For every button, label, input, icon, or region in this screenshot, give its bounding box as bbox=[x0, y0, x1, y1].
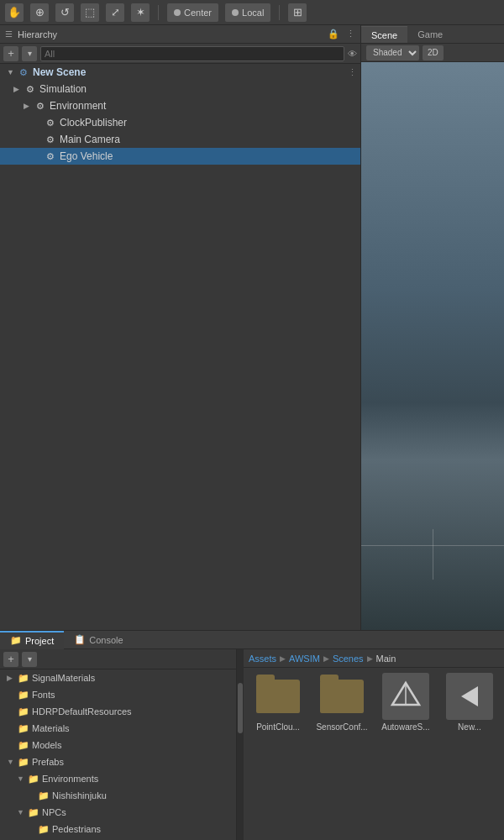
twod-button[interactable]: 2D bbox=[423, 45, 444, 60]
breadcrumb-arrow1: ▶ bbox=[280, 654, 286, 663]
project-folder-tree: + ▾ ▶ 📁 SignalMaterials 📁 Fonts 📁 HDRPDe… bbox=[0, 649, 237, 840]
folder-pedestrians[interactable]: 📁 Pedestrians bbox=[0, 821, 236, 837]
rotate-tool-icon[interactable]: ↺ bbox=[55, 3, 74, 22]
sim-icon: ⚙ bbox=[24, 82, 37, 96]
ped-folder-icon: 📁 bbox=[38, 824, 50, 835]
local-button[interactable]: Local bbox=[225, 3, 270, 22]
asset-pointclo[interactable]: PointClou... bbox=[249, 673, 307, 732]
arrow-svg bbox=[454, 681, 485, 711]
sig-label: SignalMaterials bbox=[32, 673, 95, 683]
hamburger-icon: ☰ bbox=[5, 29, 13, 39]
tab-project-label: Project bbox=[25, 636, 54, 646]
rect-tool-icon[interactable]: ⤢ bbox=[106, 3, 124, 22]
sig-folder-icon: 📁 bbox=[18, 673, 29, 684]
move-tool-icon[interactable]: ⊕ bbox=[30, 3, 49, 22]
center-button[interactable]: Center bbox=[167, 3, 218, 22]
tree-item-simulation[interactable]: ▶ ⚙ Simulation bbox=[0, 81, 360, 97]
nishi-label: Nishishinjuku bbox=[52, 790, 107, 801]
sim-label: Simulation bbox=[39, 83, 87, 95]
scene-arrow: ▼ bbox=[7, 68, 17, 76]
env-folder-label: Environments bbox=[42, 774, 98, 784]
asset-new[interactable]: New... bbox=[440, 673, 499, 732]
hierarchy-toolbar: + ▾ 👁 bbox=[0, 44, 360, 64]
tab-game[interactable]: Game bbox=[407, 26, 453, 43]
scene-item[interactable]: ▼ ⚙ New Scene ⋮ bbox=[0, 64, 360, 81]
scene-panel: Scene Game Shaded 2D bbox=[361, 25, 504, 630]
separator2 bbox=[279, 5, 280, 20]
scene-icon: ⚙ bbox=[17, 66, 30, 79]
scene-tabs: Scene Game bbox=[361, 25, 504, 44]
tree-item-clockpublisher[interactable]: ⚙ ClockPublisher bbox=[0, 114, 360, 131]
folder-npcs[interactable]: ▼ 📁 NPCs bbox=[0, 804, 236, 821]
new-icon-bg bbox=[446, 673, 493, 720]
folder-prefabs[interactable]: ▼ 📁 Prefabs bbox=[0, 753, 236, 770]
sig-arrow: ▶ bbox=[7, 674, 15, 682]
hierarchy-lock-icon[interactable]: 🔒 bbox=[328, 29, 339, 39]
project-sort-button[interactable]: ▾ bbox=[22, 652, 37, 667]
tree-item-environment[interactable]: ▶ ⚙ Environment bbox=[0, 97, 360, 114]
folder-hdrp[interactable]: 📁 HDRPDefaultResources bbox=[0, 703, 236, 720]
breadcrumb-arrow3: ▶ bbox=[367, 654, 373, 663]
local-dot bbox=[232, 9, 239, 16]
svg-marker-3 bbox=[461, 686, 478, 706]
folder-fonts[interactable]: 📁 Fonts bbox=[0, 686, 236, 703]
env-label: Environment bbox=[50, 100, 106, 112]
search-eye-icon[interactable]: 👁 bbox=[348, 49, 357, 59]
scene-view[interactable] bbox=[361, 62, 504, 630]
scene-toolbar: Shaded 2D bbox=[361, 44, 504, 62]
tab-game-label: Game bbox=[417, 29, 443, 39]
scrollbar-thumb[interactable] bbox=[238, 683, 243, 733]
assets-grid: PointClou... SensorConf... bbox=[244, 668, 504, 840]
pointclo-folder-icon bbox=[256, 680, 300, 713]
center-dot bbox=[174, 9, 181, 16]
scene-more-icon[interactable]: ⋮ bbox=[348, 67, 357, 78]
asset-sensorconf[interactable]: SensorConf... bbox=[312, 673, 371, 732]
hierarchy-title: Hierarchy bbox=[18, 29, 324, 39]
breadcrumb-assets[interactable]: Assets bbox=[249, 654, 276, 664]
bottom-tabs: 📁 Project 📋 Console bbox=[0, 631, 504, 649]
ego-label: Ego Vehicle bbox=[60, 150, 113, 162]
pointclo-label: PointClou... bbox=[256, 722, 300, 732]
tree-item-maincamera[interactable]: ⚙ Main Camera bbox=[0, 131, 360, 148]
cam-icon: ⚙ bbox=[44, 133, 57, 146]
ped-label: Pedestrians bbox=[52, 824, 101, 834]
breadcrumb-awsim[interactable]: AWSIM bbox=[289, 654, 320, 664]
hierarchy-more-icon[interactable]: ⋮ bbox=[346, 29, 355, 39]
hand-tool-icon[interactable]: ✋ bbox=[5, 3, 24, 22]
sim-arrow: ▶ bbox=[13, 85, 24, 93]
new-label: New... bbox=[458, 722, 481, 732]
breadcrumb: Assets ▶ AWSIM ▶ Scenes ▶ Main bbox=[244, 649, 504, 668]
tab-scene[interactable]: Scene bbox=[361, 26, 407, 43]
project-scrollbar[interactable] bbox=[237, 649, 244, 840]
hierarchy-panel: ☰ Hierarchy 🔒 ⋮ + ▾ 👁 ▼ ⚙ New Scene ⋮ ▶ … bbox=[0, 25, 361, 630]
tree-item-egovehicle[interactable]: ⚙ Ego Vehicle bbox=[0, 148, 360, 165]
folder-signalmaterials[interactable]: ▶ 📁 SignalMaterials bbox=[0, 669, 236, 686]
sort-button[interactable]: ▾ bbox=[22, 46, 37, 61]
local-label: Local bbox=[242, 8, 264, 18]
cam-label: Main Camera bbox=[60, 134, 120, 145]
tab-console[interactable]: 📋 Console bbox=[64, 631, 133, 649]
hierarchy-header: ☰ Hierarchy 🔒 ⋮ bbox=[0, 25, 360, 44]
folder-nishinjuku[interactable]: 📁 Nishishinjuku bbox=[0, 787, 236, 804]
scene-vertical-line bbox=[433, 529, 433, 580]
tab-console-label: Console bbox=[89, 635, 123, 645]
asset-autowares[interactable]: AutowareS... bbox=[376, 673, 435, 732]
folder-environments[interactable]: ▼ 📁 Environments bbox=[0, 770, 236, 787]
project-add-button[interactable]: + bbox=[3, 652, 18, 667]
tab-scene-label: Scene bbox=[371, 30, 397, 40]
breadcrumb-arrow2: ▶ bbox=[323, 654, 329, 663]
search-input[interactable] bbox=[40, 46, 344, 61]
shaded-select[interactable]: Shaded bbox=[366, 45, 419, 60]
tab-project[interactable]: 📁 Project bbox=[0, 631, 64, 649]
breadcrumb-scenes[interactable]: Scenes bbox=[333, 654, 364, 664]
scale-tool-icon[interactable]: ⬚ bbox=[81, 3, 99, 22]
folder-materials[interactable]: 📁 Materials bbox=[0, 720, 236, 737]
main-area: ☰ Hierarchy 🔒 ⋮ + ▾ 👁 ▼ ⚙ New Scene ⋮ ▶ … bbox=[0, 25, 504, 630]
hdrp-label: HDRPDefaultResources bbox=[32, 706, 132, 717]
transform-tool-icon[interactable]: ✶ bbox=[131, 3, 150, 22]
pivot-icon[interactable]: ⊞ bbox=[288, 3, 307, 22]
add-button[interactable]: + bbox=[3, 46, 18, 61]
bottom-content: + ▾ ▶ 📁 SignalMaterials 📁 Fonts 📁 HDRPDe… bbox=[0, 649, 504, 840]
scene-label: New Scene bbox=[33, 66, 86, 78]
folder-models[interactable]: 📁 Models bbox=[0, 737, 236, 753]
